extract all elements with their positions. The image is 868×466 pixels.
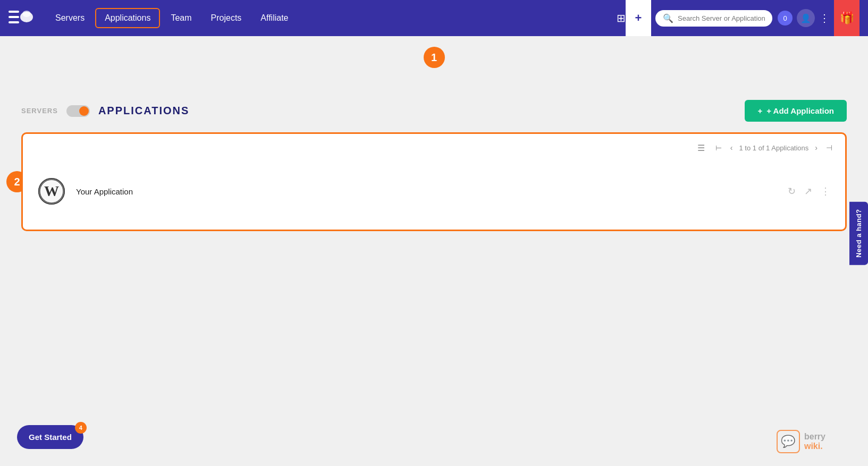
last-page-button[interactable]: ⊣ xyxy=(824,142,835,153)
toggle-row: SERVERS APPLICATIONS + + Add Application xyxy=(21,100,847,122)
avatar-button[interactable]: 👤 xyxy=(797,9,815,27)
external-link-button[interactable]: ↗ xyxy=(804,185,812,197)
app-card: ☰ ⊢ ‹ 1 to 1 of 1 Applications › ⊣ W xyxy=(21,132,847,231)
first-page-button[interactable]: ⊢ xyxy=(713,142,724,153)
pagination-text: 1 to 1 of 1 Applications xyxy=(739,144,809,152)
svg-rect-2 xyxy=(9,21,19,23)
add-application-button[interactable]: + + Add Application xyxy=(745,100,847,122)
get-started-label: Get Started xyxy=(29,433,72,442)
plus-icon: + xyxy=(757,106,762,115)
wordpress-icon: W xyxy=(38,177,65,205)
svg-rect-0 xyxy=(9,11,19,13)
nav-item-projects[interactable]: Projects xyxy=(203,9,250,27)
svg-rect-1 xyxy=(9,16,19,18)
add-application-label: + Add Application xyxy=(766,106,834,115)
app-card-wrapper: 2 ☰ ⊢ ‹ 1 to 1 of 1 Applications › ⊣ W xyxy=(21,132,847,231)
need-hand-wrapper[interactable]: Need a hand? xyxy=(849,201,868,265)
prev-page-button[interactable]: ‹ xyxy=(728,142,735,153)
refresh-button[interactable]: ↻ xyxy=(788,185,796,197)
nav-item-team[interactable]: Team xyxy=(162,9,200,27)
nav-item-affiliate[interactable]: Affiliate xyxy=(252,9,297,27)
nav-item-servers[interactable]: Servers xyxy=(47,9,93,27)
notification-badge[interactable]: 0 xyxy=(778,11,793,26)
step1-bubble: 1 xyxy=(424,47,445,68)
pagination-bar: ☰ ⊢ ‹ 1 to 1 of 1 Applications › ⊣ xyxy=(33,142,835,153)
nav-item-applications[interactable]: Applications xyxy=(95,8,160,28)
app-row: W Your Application ↖ ↻ ↗ xyxy=(33,162,835,221)
toggle-knob xyxy=(79,106,89,116)
need-hand-label[interactable]: Need a hand? xyxy=(849,201,868,265)
search-box[interactable]: 🔍 xyxy=(655,10,772,27)
nav-links: Servers Applications Team Projects Affil… xyxy=(47,8,617,28)
svg-text:W: W xyxy=(44,183,59,199)
applications-label: APPLICATIONS xyxy=(98,105,189,117)
main-content: SERVERS APPLICATIONS + + Add Application… xyxy=(0,84,868,247)
app-actions: ↻ ↗ ⋮ xyxy=(788,185,830,197)
servers-label: SERVERS xyxy=(21,107,58,115)
get-started-button[interactable]: Get Started 4 xyxy=(17,425,83,449)
more-options-icon[interactable]: ⋮ xyxy=(815,10,834,27)
search-icon: 🔍 xyxy=(663,13,673,23)
search-input[interactable] xyxy=(678,14,765,22)
berrywiki-logo: 💬 berrywiki. xyxy=(777,430,825,453)
filter-icon[interactable]: ☰ xyxy=(697,143,705,153)
berrywiki-text: berrywiki. xyxy=(804,432,825,451)
grid-icon[interactable]: ⊞ xyxy=(617,12,626,24)
step1-container: 1 xyxy=(0,47,868,68)
berrywiki-icon: 💬 xyxy=(777,430,800,453)
gift-button[interactable]: 🎁 xyxy=(834,0,859,36)
next-page-button[interactable]: › xyxy=(813,142,820,153)
more-options-button[interactable]: ⋮ xyxy=(821,185,830,197)
add-plus-button[interactable]: + xyxy=(626,0,651,36)
logo[interactable] xyxy=(9,9,34,28)
toggle-switch[interactable] xyxy=(66,105,90,117)
get-started-badge: 4 xyxy=(75,422,87,434)
app-name: Your Application xyxy=(76,187,708,196)
svg-point-4 xyxy=(22,11,31,17)
navbar: Servers Applications Team Projects Affil… xyxy=(0,0,868,36)
nav-right: ⊞ xyxy=(617,12,626,24)
